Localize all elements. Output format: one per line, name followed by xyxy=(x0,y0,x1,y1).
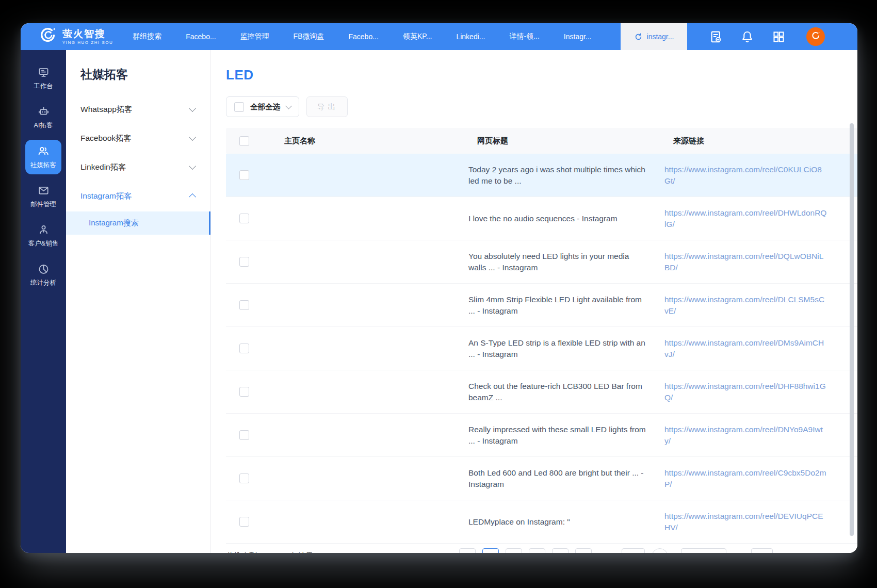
submenu-label: Whatsapp拓客 xyxy=(80,104,133,115)
table-row[interactable]: Slim 4mm Strip Flexible LED Light availa… xyxy=(226,284,857,327)
table-row[interactable]: Really impressed with these small LED li… xyxy=(226,414,857,457)
select-all-checkbox[interactable] xyxy=(234,102,244,112)
submenu-item-instagram[interactable]: Instagram拓客 xyxy=(66,182,210,210)
source-link[interactable]: https://www.instagram.com/reel/DQLwOBNiL… xyxy=(664,251,827,273)
header-checkbox[interactable] xyxy=(239,136,249,146)
mail-icon xyxy=(38,185,50,197)
table-row[interactable]: I love the no audio sequences - Instagra… xyxy=(226,197,857,240)
sidebar-item-mail[interactable]: 邮件管理 xyxy=(25,179,61,214)
export-button[interactable]: 导出 xyxy=(306,96,348,117)
table-row[interactable]: An S-Type LED strip is a flexible LED st… xyxy=(226,327,857,370)
pages-ellipsis[interactable]: ••• xyxy=(598,548,615,553)
sidebar-item-social-media[interactable]: 社媒拓客 xyxy=(25,140,61,174)
sidebar-item-workbench[interactable]: 工作台 xyxy=(25,61,61,95)
column-header-web-title: 网页标题 xyxy=(468,136,664,146)
brand-name: 萤火智搜 xyxy=(62,29,113,39)
source-link[interactable]: https://www.instagram.com/reel/DHF88hwi1… xyxy=(664,381,827,403)
row-checkbox[interactable] xyxy=(239,214,249,223)
source-link[interactable]: https://www.instagram.com/reel/DEVIUqPCE… xyxy=(664,511,827,533)
nav-instagram[interactable]: Instagr... xyxy=(564,32,592,41)
source-link[interactable]: https://www.instagram.com/reel/C9cbx5Do2… xyxy=(664,467,827,490)
source-link-cell: https://www.instagram.com/reel/DEVIUqPCE… xyxy=(664,511,857,533)
submenu-title: 社媒拓客 xyxy=(80,67,210,83)
source-link[interactable]: https://www.instagram.com/reel/DMs9AimCH… xyxy=(664,337,827,360)
clipboard-check-icon[interactable] xyxy=(709,30,723,44)
bell-icon[interactable] xyxy=(740,30,754,44)
source-link[interactable]: https://www.instagram.com/reel/DNYo9A9Iw… xyxy=(664,424,827,447)
sidebar-item-ai[interactable]: AI拓客 xyxy=(25,101,61,135)
chevron-down-icon xyxy=(189,105,196,112)
vertical-scrollbar[interactable] xyxy=(850,123,854,536)
page-button-5[interactable]: 5 xyxy=(575,548,592,553)
tab-instagram-active[interactable]: instagr... xyxy=(621,23,688,50)
page-button-2[interactable]: 2 xyxy=(506,548,522,553)
row-checkbox[interactable] xyxy=(239,387,249,397)
table-row[interactable]: You absolutely need LED lights in your m… xyxy=(226,240,857,284)
table-row[interactable]: LEDMyplace on Instagram: " https://www.i… xyxy=(226,500,857,544)
table-row[interactable]: Both Led 600 and Led 800 are bright but … xyxy=(226,457,857,500)
nav-fb-inquiry[interactable]: FB微询盘 xyxy=(294,32,324,41)
source-link[interactable]: https://www.instagram.com/reel/DLCLSM5sC… xyxy=(664,294,827,317)
row-checkbox[interactable] xyxy=(239,430,249,440)
page-button-4[interactable]: 4 xyxy=(552,548,569,553)
avatar[interactable] xyxy=(806,27,825,46)
row-checkbox[interactable] xyxy=(239,473,249,483)
next-page-button[interactable]: › xyxy=(652,548,668,553)
row-checkbox[interactable] xyxy=(239,517,249,527)
nav-group-search[interactable]: 群组搜索 xyxy=(133,32,161,41)
users-icon xyxy=(37,145,50,157)
web-title-cell: You absolutely need LED lights in your m… xyxy=(468,251,664,273)
secondary-sidebar: 社媒拓客 Whatsapp拓客 Facebook拓客 Linkedin拓客 In… xyxy=(66,50,211,553)
source-link-cell: https://www.instagram.com/reel/DQLwOBNiL… xyxy=(664,251,857,273)
source-link[interactable]: https://www.instagram.com/reel/C0KULCiO8… xyxy=(664,164,827,187)
sidebar-item-customers[interactable]: 客户&销售 xyxy=(25,219,61,253)
nav-facebook-2[interactable]: Facebo... xyxy=(349,32,379,41)
column-header-source-link: 来源链接 xyxy=(664,136,857,146)
sidebar-label: 工作台 xyxy=(34,82,53,91)
submenu-item-instagram-search[interactable]: Instagram搜索 xyxy=(66,211,210,235)
nav-detail-lead[interactable]: 详情-领... xyxy=(509,32,539,41)
refresh-icon xyxy=(634,32,643,41)
table-row[interactable]: Check out the feature-rich LCB300 LED Ba… xyxy=(226,370,857,414)
row-checkbox[interactable] xyxy=(239,300,249,310)
topbar-icon-group xyxy=(709,27,825,46)
nav-facebook-1[interactable]: Facebo... xyxy=(186,32,216,41)
prev-page-button[interactable]: ‹ xyxy=(459,548,476,553)
sidebar-label: 社媒拓客 xyxy=(30,161,56,170)
row-checkbox[interactable] xyxy=(239,257,249,267)
grid-icon[interactable] xyxy=(772,30,786,44)
nav-linkedin-kp[interactable]: 领英KP... xyxy=(403,32,432,41)
submenu-item-linkedin[interactable]: Linkedin拓客 xyxy=(66,153,210,182)
web-title-cell: An S-Type LED strip is a flexible LED st… xyxy=(468,337,664,360)
web-title-cell: I love the no audio sequences - Instagra… xyxy=(468,213,664,224)
jump-page-input[interactable] xyxy=(751,548,773,553)
row-checkbox[interactable] xyxy=(239,170,249,180)
chevron-down-icon xyxy=(189,162,196,170)
results-table: 主页名称 网页标题 来源链接 Today 2 years ago i was s… xyxy=(226,128,857,544)
swoosh-flame-icon xyxy=(38,27,58,46)
submenu-item-facebook[interactable]: Facebook拓客 xyxy=(66,124,210,153)
page-title: LED xyxy=(226,67,857,83)
brand[interactable]: 萤火智搜 YING HUO ZHI SOU xyxy=(38,27,113,46)
page-button-1[interactable]: 1 xyxy=(482,548,499,553)
sidebar-item-analytics[interactable]: 统计分析 xyxy=(25,258,61,292)
app-body: 工作台 AI拓客 xyxy=(21,50,857,553)
nav-linkedin[interactable]: Linkedi... xyxy=(456,32,485,41)
page-button-3[interactable]: 3 xyxy=(529,548,545,553)
pie-chart-icon xyxy=(38,263,50,275)
select-all-dropdown[interactable]: 全部全选 xyxy=(226,96,299,117)
table-row[interactable]: Today 2 years ago i was shot multiple ti… xyxy=(226,154,857,197)
submenu-item-whatsapp[interactable]: Whatsapp拓客 xyxy=(66,95,210,124)
pager: ‹ 1 2 3 4 5 ••• 2459 › xyxy=(459,548,668,553)
source-link[interactable]: https://www.instagram.com/reel/DHWLdonRQ… xyxy=(664,207,827,230)
chevron-down-icon xyxy=(285,103,292,109)
nav-monitor-mgmt[interactable]: 监控管理 xyxy=(240,32,269,41)
jump-suffix: 页 xyxy=(778,552,785,553)
tab-label: instagr... xyxy=(647,32,674,41)
submenu-label: Linkedin拓客 xyxy=(80,162,126,173)
last-page-button[interactable]: 2459 xyxy=(622,548,645,553)
toolbar: 全部全选 导出 xyxy=(226,96,857,117)
column-header-page-name: 主页名称 xyxy=(271,136,468,146)
page-size-select[interactable]: 10条/页 xyxy=(681,548,726,553)
row-checkbox[interactable] xyxy=(239,344,249,353)
